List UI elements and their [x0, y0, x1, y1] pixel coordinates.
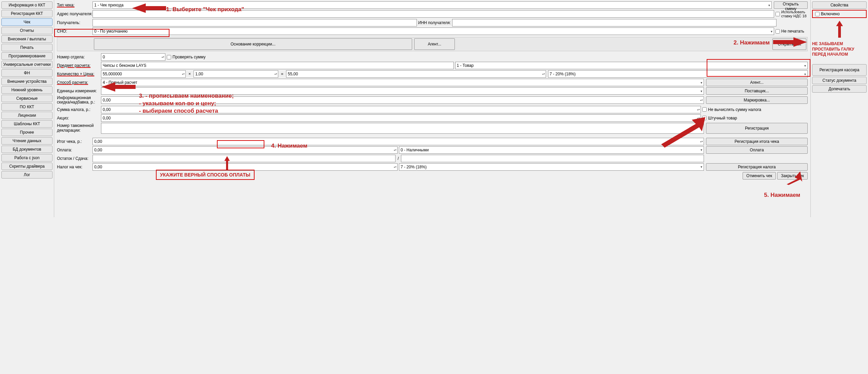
properties-button[interactable]: Свойства	[812, 1, 867, 9]
label-piece: Штучный товар	[708, 116, 808, 120]
pay-button[interactable]: Оплата	[706, 146, 808, 154]
taxcheck-value: 0,00	[94, 165, 102, 169]
sidebar-item-print[interactable]: Печать	[1, 44, 53, 51]
checkbox-vat18[interactable]	[775, 12, 780, 16]
label-inn: ИНН получателя:	[418, 20, 451, 25]
input-customs[interactable]	[101, 123, 704, 134]
label-rest: Остаток / Сдача:	[57, 156, 93, 161]
input-item-name[interactable]	[101, 62, 454, 69]
label-taxsum: Сумма налога, р.:	[57, 107, 101, 112]
total-value: 0,00	[94, 139, 102, 144]
left-sidebar: Информация о ККТ Регистрация ККТ Чек Отч…	[0, 0, 54, 217]
supplier-button[interactable]: Поставщик...	[706, 87, 808, 95]
combo-taxcheck-type[interactable]: 7 - 20% (18%)	[399, 163, 704, 171]
spin-qty[interactable]: 55,000000	[101, 70, 186, 78]
combo-paymethod[interactable]: 4 - Полный расчет	[101, 79, 704, 86]
sidebar-item-counters[interactable]: Универсальные счетчики	[1, 61, 53, 68]
sidebar-item-cash[interactable]: Внесения / выплаты	[1, 35, 53, 43]
checkbox-piece[interactable]	[702, 116, 707, 120]
cancel-check-button[interactable]: Отменить чек	[743, 172, 776, 180]
sidebar-item-check[interactable]: Чек	[1, 18, 53, 26]
sidebar-item-reg[interactable]: Регистрация ККТ	[1, 10, 53, 17]
sidebar-item-log[interactable]: Лог	[1, 171, 53, 179]
sidebar-item-low[interactable]: Нижний уровень	[1, 86, 53, 94]
label-vat18: Использовать ставку НДС 18	[781, 10, 808, 18]
price-value: 1,00	[195, 72, 203, 76]
correction-button[interactable]: Основание коррекции...	[94, 38, 412, 50]
checkbox-enabled[interactable]	[815, 12, 820, 16]
sidebar-item-read[interactable]: Чтение данных	[1, 137, 53, 145]
pay-value: 0,00	[94, 148, 102, 152]
register-tax-button[interactable]: Регистрация налога	[706, 163, 808, 171]
spin-pay[interactable]: 0,00	[93, 146, 398, 154]
checkbox-nocalc[interactable]	[702, 107, 707, 112]
sidebar-item-other[interactable]: Прочее	[1, 129, 53, 136]
redbox-enabled: Включено	[812, 10, 867, 18]
sidebar-item-lic[interactable]: Лицензии	[1, 112, 53, 119]
reg-cashier-button[interactable]: Регистрация кассира	[812, 64, 867, 76]
register-button[interactable]: Регистрация	[706, 123, 808, 134]
spin-deptno[interactable]: 0	[101, 53, 165, 61]
sidebar-item-tpl[interactable]: Шаблоны ККТ	[1, 120, 53, 128]
sidebar-item-po[interactable]: ПО ККТ	[1, 103, 53, 111]
combo-sno[interactable]: 0 - По умолчанию	[93, 27, 774, 35]
spin-price[interactable]: 1,00	[194, 70, 278, 78]
marking-button[interactable]: Маркировка...	[706, 96, 808, 104]
label-nocalc: Не вычислять сумму налога	[708, 107, 808, 112]
input-inn[interactable]	[452, 19, 776, 26]
vat-value: 7 - 20% (18%)	[550, 72, 576, 76]
label-pay: Оплата:	[57, 148, 93, 152]
paytype-value: 0 - Наличными	[401, 148, 429, 152]
qty-value: 55,000000	[103, 72, 122, 76]
disc-value: 0,00	[103, 98, 110, 102]
sidebar-item-ext[interactable]: Внешние устройства	[1, 78, 53, 85]
enabled-row[interactable]: Включено	[814, 12, 865, 16]
agent-button-top[interactable]: Агент...	[414, 38, 455, 50]
open-shift-button[interactable]: Открыть смену	[774, 1, 808, 9]
right-panel: Свойства Включено НЕ ЗАБЫВАЕМ ПРОСТАВИТЬ…	[810, 0, 868, 217]
combo-paytype[interactable]: 0 - Наличными	[399, 146, 704, 154]
spin-linetotal[interactable]: 55,00	[286, 70, 546, 78]
label-noprint: Не печатать	[781, 29, 808, 34]
checkbox-noprint[interactable]	[775, 29, 780, 34]
label-qtyprice: Количество × Цена:	[57, 72, 101, 76]
label-disc: Информационная скидка/надбавка, р.:	[57, 96, 101, 105]
label-recipient: Получатель:	[57, 20, 93, 25]
anno-step5: 5. Нажимаем	[764, 192, 800, 199]
spin-taxsum[interactable]: 0,00	[101, 106, 701, 113]
spin-taxcheck[interactable]: 0,00	[93, 163, 398, 171]
label-excise: Акциз:	[57, 116, 101, 120]
close-check-button[interactable]: Закрыть чек	[777, 172, 808, 180]
combo-unit[interactable]	[101, 87, 704, 95]
open-check-button[interactable]: Открыть чек	[772, 38, 806, 50]
label-unit: Единицы измерения:	[57, 89, 101, 93]
excise-value: 0,00	[103, 116, 110, 120]
spin-excise[interactable]: 0,00	[101, 114, 701, 122]
input-rest2[interactable]	[401, 155, 704, 162]
sidebar-item-db[interactable]: БД документов	[1, 146, 53, 153]
sidebar-item-service[interactable]: Сервисные	[1, 95, 53, 102]
sidebar-item-info[interactable]: Информация о ККТ	[1, 1, 53, 9]
input-rest1[interactable]	[93, 155, 396, 162]
combo-check-type[interactable]: 1 - Чек прихода	[93, 1, 772, 9]
label-customs: Номер таможенной декларации:	[57, 124, 101, 132]
spin-disc[interactable]: 0,00	[101, 96, 704, 104]
sidebar-item-reports[interactable]: Отчеты	[1, 27, 53, 34]
sidebar-item-fn[interactable]: ФН	[1, 69, 53, 77]
doc-status-button[interactable]: Статус документа	[812, 77, 867, 84]
combo-item-type[interactable]: 1 - Товар	[455, 62, 808, 69]
taxsum-value: 0,00	[103, 107, 110, 112]
sidebar-item-prog[interactable]: Программирование	[1, 52, 53, 60]
sidebar-item-scripts[interactable]: Скрипты драйвера	[1, 163, 53, 170]
combo-vat[interactable]: 7 - 20% (18%)	[548, 70, 808, 78]
register-total-button[interactable]: Регистрация итога чека	[706, 138, 808, 145]
reprint-button[interactable]: Допечатать	[812, 85, 867, 93]
deptno-value: 0	[103, 55, 105, 59]
paymethod-value: 4 - Полный расчет	[103, 80, 137, 85]
agent-button[interactable]: Агент...	[706, 79, 808, 86]
input-recipient[interactable]	[93, 19, 417, 26]
spin-total[interactable]: 0,00	[93, 138, 704, 145]
input-addr[interactable]	[93, 10, 774, 18]
checkbox-checksum[interactable]	[167, 55, 171, 59]
sidebar-item-json[interactable]: Работа с json	[1, 154, 53, 162]
